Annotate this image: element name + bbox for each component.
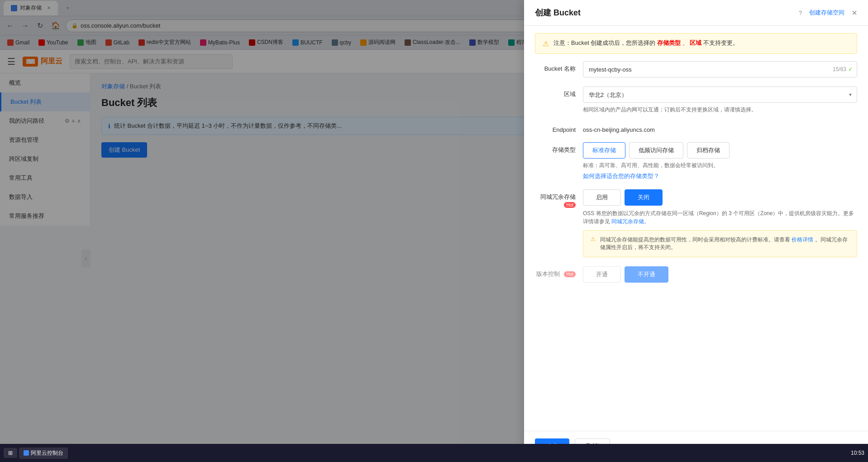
endpoint-label: Endpoint (535, 123, 576, 133)
cancel-btn[interactable]: 取消 (575, 438, 610, 444)
endpoint-row: Endpoint oss-cn-beijing.aliyuncs.com (535, 123, 857, 133)
endpoint-content: oss-cn-beijing.aliyuncs.com (583, 123, 857, 133)
region-label: 区域 (535, 87, 576, 98)
endpoint-value: oss-cn-beijing.aliyuncs.com (583, 123, 857, 133)
region-select[interactable]: 华北2（北京） (583, 87, 857, 103)
confirm-btn[interactable]: 确定 (535, 438, 569, 444)
version-control-row: 版本控制 Hot 开通 不开通 (535, 266, 857, 283)
storage-type-label: 存储类型 (535, 142, 576, 154)
redundancy-desc: OSS 将您的数据以冗余的方式存储在同一区域（Region）的 3 个可用区（Z… (583, 209, 857, 226)
storage-type-btn-group: 标准存储 低频访问存储 归档存储 (583, 142, 857, 159)
region-row: 区域 华北2（北京） ▾ 相同区域内的产品内网可以互通；订购后不支持更换区域，请… (535, 87, 857, 114)
redundancy-hot-badge: Hot (564, 202, 576, 208)
storage-archive-btn[interactable]: 归档存储 (687, 142, 730, 159)
modal-panel: 创建 Bucket ? 创建存储空间 × ⚠ 注意：Bucket 创建成功后，您… (524, 0, 868, 444)
redundancy-row: 同城冗余存储 Hot 启用 关闭 OSS 将您的数据以冗余的方式存储在同一区域（… (535, 189, 857, 257)
notice-highlight1: 存储类型 (657, 39, 681, 46)
storage-type-row: 存储类型 标准存储 低频访问存储 归档存储 标准：高可靠、高可用、高性能，数据会… (535, 142, 857, 180)
bucket-name-input-wrapper: 15/63 ✓ (583, 61, 857, 77)
bucket-name-count: 15/63 ✓ (833, 66, 853, 72)
storage-type-hint: 标准：高可靠、高可用、高性能，数据会经常被访问到。 (583, 161, 857, 169)
bucket-name-label: Bucket 名称 (535, 61, 576, 73)
region-hint: 相同区域内的产品内网可以互通；订购后不支持更换区域，请谨慎选择。 (583, 106, 857, 114)
redundancy-disable-btn[interactable]: 关闭 (625, 189, 663, 206)
modal-overlay: 创建 Bucket ? 创建存储空间 × ⚠ 注意：Bucket 创建成功后，您… (0, 0, 868, 444)
storage-standard-btn[interactable]: 标准存储 (583, 142, 625, 159)
storage-type-content: 标准存储 低频访问存储 归档存储 标准：高可靠、高可用、高性能，数据会经常被访问… (583, 142, 857, 180)
create-storage-link[interactable]: 创建存储空间 (809, 9, 844, 17)
storage-infrequent-btn[interactable]: 低频访问存储 (629, 142, 683, 159)
modal-header-right: ? 创建存储空间 × (799, 8, 857, 18)
notice-bar: ⚠ 注意：Bucket 创建成功后，您所选择的 存储类型 、 区域 不支持变更。 (535, 33, 857, 54)
version-enable-btn[interactable]: 开通 (583, 266, 621, 283)
version-disable-btn[interactable]: 不开通 (625, 266, 668, 283)
bucket-name-content: 15/63 ✓ (583, 61, 857, 77)
price-link[interactable]: 价格详情 (792, 236, 813, 243)
version-control-label: 版本控制 Hot (535, 266, 576, 278)
redundancy-content: 启用 关闭 OSS 将您的数据以冗余的方式存储在同一区域（Region）的 3 … (583, 189, 857, 257)
help-icon: ? (799, 10, 802, 16)
version-toggle-group: 开通 不开通 (583, 266, 857, 283)
redundancy-link[interactable]: 同城冗余存储。 (611, 218, 649, 225)
redundancy-notice-icon: ⚠ (591, 236, 596, 242)
notice-highlight2: 区域 (690, 39, 701, 46)
version-hot-badge: Hot (564, 271, 576, 277)
redundancy-toggle-group: 启用 关闭 (583, 189, 857, 206)
modal-title: 创建 Bucket (535, 7, 581, 18)
notice-text: 注意：Bucket 创建成功后，您所选择的 存储类型 、 区域 不支持变更。 (553, 39, 739, 47)
count-ok-icon: ✓ (848, 66, 853, 72)
warning-icon: ⚠ (543, 39, 549, 48)
redundancy-notice: ⚠ 同城冗余存储能提高您的数据可用性，同时会采用相对较高的计费标准。请查看 价格… (583, 230, 857, 257)
bucket-name-row: Bucket 名称 15/63 ✓ (535, 61, 857, 77)
storage-type-link[interactable]: 如何选择适合您的存储类型？ (583, 173, 659, 179)
version-control-content: 开通 不开通 (583, 266, 857, 283)
storage-type-link-wrapper: 如何选择适合您的存储类型？ (583, 172, 857, 180)
modal-body: ⚠ 注意：Bucket 创建成功后，您所选择的 存储类型 、 区域 不支持变更。… (524, 26, 868, 431)
redundancy-label: 同城冗余存储 Hot (535, 189, 576, 208)
modal-close-btn[interactable]: × (852, 8, 857, 18)
bucket-name-input[interactable] (583, 61, 857, 77)
redundancy-notice-text: 同城冗余存储能提高您的数据可用性，同时会采用相对较高的计费标准。请查看 价格详情… (600, 236, 849, 251)
modal-header: 创建 Bucket ? 创建存储空间 × (524, 0, 868, 26)
region-content: 华北2（北京） ▾ 相同区域内的产品内网可以互通；订购后不支持更换区域，请谨慎选… (583, 87, 857, 114)
region-select-wrapper: 华北2（北京） ▾ (583, 87, 857, 103)
modal-footer: 确定 取消 (524, 431, 868, 444)
redundancy-enable-btn[interactable]: 启用 (583, 189, 621, 206)
